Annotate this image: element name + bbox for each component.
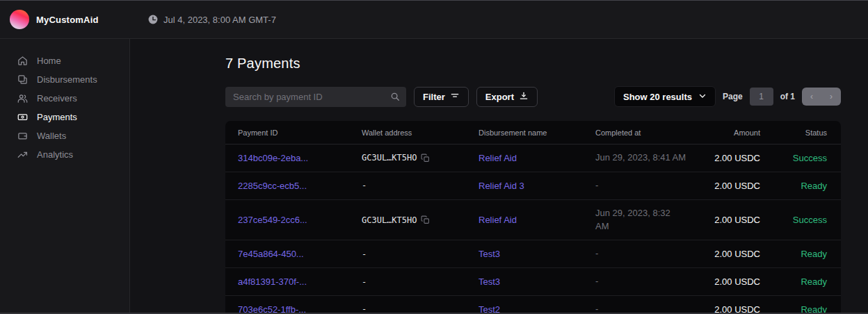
sidebar-item-label: Disbursements [37,74,97,85]
search-icon [390,92,400,104]
status-badge: Success [762,215,827,225]
status-badge: Success [762,153,827,163]
amount-cell: 2.00 USDC [701,249,762,259]
page-number-input[interactable] [750,88,773,106]
completed-at-cell: Jun 29, 2023, 8:32 AM [595,207,701,233]
export-button-label: Export [485,92,514,102]
column-header-disbursement-name: Disbursement name [479,129,595,137]
table-header-row: Payment IDWallet addressDisbursement nam… [225,121,841,144]
wallet-address-cell: GC3UL…KT5HO [362,153,479,163]
disbursement-link[interactable]: Test2 [479,304,595,314]
download-icon [519,91,529,103]
sidebar-item-label: Receivers [37,93,77,104]
pagination: ‹ › [802,88,841,106]
amount-cell: 2.00 USDC [701,304,762,314]
status-badge: Ready [762,276,827,287]
wallet-address-cell: GC3UL…KT5HO [362,215,479,225]
sidebar-item-analytics[interactable]: Analytics [0,145,129,164]
completed-at-cell: - [595,275,701,288]
table-row: 2285c9cc-ecb5... - Relief Aid 3 - 2.00 U… [225,172,841,200]
payment-id-link[interactable]: 7e45a864-450... [238,249,362,259]
completed-at-cell: - [595,247,701,261]
copy-icon[interactable] [421,154,430,163]
disbursement-link[interactable]: Test3 [479,249,595,259]
main-content: 7 Payments Filter Export [130,39,868,313]
status-badge: Ready [762,181,827,191]
completed-at-cell: - [595,179,701,192]
amount-cell: 2.00 USDC [701,181,762,191]
topbar: MyCustomAid Jul 4, 2023, 8:00 AM GMT-7 [0,1,868,39]
column-header-completed-at: Completed at [595,129,701,137]
sidebar-item-wallets[interactable]: Wallets [0,126,129,145]
completed-at-cell: - [595,303,701,314]
sidebar-item-disbursements[interactable]: Disbursements [0,70,129,89]
search-input[interactable] [225,87,406,107]
filter-button-label: Filter [423,92,445,102]
amount-cell: 2.00 USDC [701,153,762,163]
disbursement-link[interactable]: Test3 [479,276,595,287]
sidebar-item-receivers[interactable]: Receivers [0,89,129,108]
next-page-button[interactable]: › [826,92,837,101]
clock-icon [148,15,158,24]
analytics-icon [17,149,28,160]
brand-name: MyCustomAid [36,15,99,25]
search-box [225,87,406,107]
column-header-wallet-address: Wallet address [362,129,479,137]
sidebar-item-payments[interactable]: Payments [0,108,129,126]
page-total: of 1 [780,92,795,101]
table-row: 703e6c52-1ffb-... - Test2 - 2.00 USDC Re… [225,296,841,314]
column-header-payment-id: Payment ID [238,129,362,137]
app-logo [10,10,29,29]
sidebar-item-label: Wallets [37,131,66,141]
amount-cell: 2.00 USDC [701,215,762,225]
disbursement-link[interactable]: Relief Aid 3 [479,181,595,191]
payment-id-link[interactable]: a4f81391-370f-... [238,276,362,287]
payment-id-link[interactable]: 703e6c52-1ffb-... [238,304,362,314]
results-per-page-label: Show 20 results [623,92,692,102]
status-badge: Ready [762,249,827,259]
export-button[interactable]: Export [476,87,538,107]
amount-cell: 2.00 USDC [701,276,762,287]
wallet-address-cell: - [362,181,479,190]
disbursements-icon [17,74,28,85]
status-badge: Ready [762,304,827,314]
table-row: 314bc09e-2eba... GC3UL…KT5HO Relief Aid … [225,144,841,172]
timestamp-text: Jul 4, 2023, 8:00 AM GMT-7 [163,15,276,25]
payment-id-link[interactable]: 237ce549-2cc6... [238,215,362,225]
current-time: Jul 4, 2023, 8:00 AM GMT-7 [148,15,276,25]
sidebar-item-label: Home [37,56,61,66]
disbursement-link[interactable]: Relief Aid [479,153,595,163]
page-label: Page [723,92,743,101]
copy-icon[interactable] [421,215,430,224]
payment-id-link[interactable]: 2285c9cc-ecb5... [238,181,362,191]
sidebar-item-label: Analytics [37,149,73,160]
payments-table: Payment IDWallet addressDisbursement nam… [225,121,841,314]
table-row: 7e45a864-450... - Test3 - 2.00 USDC Read… [225,240,841,268]
brand-area: MyCustomAid [0,10,130,29]
receivers-icon [17,93,28,104]
page-title: 7 Payments [225,56,841,72]
toolbar: Filter Export Show 20 results [225,86,841,107]
filter-lines-icon [450,91,460,103]
filter-button[interactable]: Filter [414,87,469,107]
results-per-page-select[interactable]: Show 20 results [614,86,716,107]
payment-id-link[interactable]: 314bc09e-2eba... [238,153,362,163]
home-icon [17,56,28,66]
column-header-amount: Amount [701,129,762,137]
column-header-status: Status [762,129,827,137]
chevron-down-icon [698,92,707,102]
prev-page-button[interactable]: ‹ [806,92,817,101]
table-row: a4f81391-370f-... - Test3 - 2.00 USDC Re… [225,268,841,296]
payments-icon [17,112,28,122]
wallet-address-cell: - [362,249,479,259]
wallet-address-cell: - [362,304,479,314]
completed-at-cell: Jun 29, 2023, 8:41 AM [595,151,701,165]
sidebar: Home Disbursements Receivers Payments Wa… [0,39,130,313]
sidebar-item-label: Payments [37,112,77,122]
disbursement-link[interactable]: Relief Aid [479,215,595,225]
table-row: 237ce549-2cc6... GC3UL…KT5HO Relief Aid … [225,200,841,241]
wallet-address-cell: - [362,277,479,287]
wallets-icon [17,131,28,141]
sidebar-item-home[interactable]: Home [0,51,129,70]
